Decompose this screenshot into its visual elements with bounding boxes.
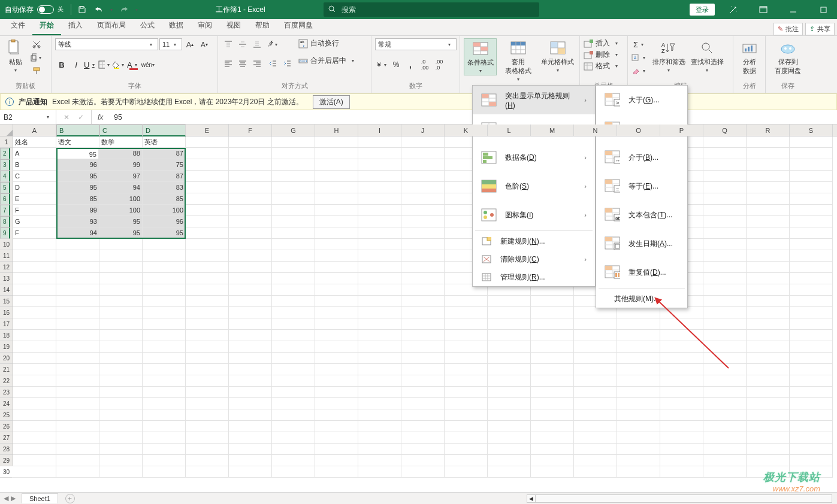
- cell-N20[interactable]: [574, 353, 617, 364]
- cell-S3[interactable]: [790, 159, 833, 171]
- cell-D9[interactable]: 95: [143, 227, 186, 239]
- cell-A28[interactable]: [13, 444, 56, 455]
- cell-S2[interactable]: [790, 148, 833, 159]
- autosave-toggle[interactable]: 自动保存 关: [0, 5, 68, 15]
- share-button[interactable]: ⇪共享: [805, 23, 835, 35]
- cell-J24[interactable]: [401, 398, 445, 409]
- cell-R22[interactable]: [747, 375, 790, 387]
- cell-C19[interactable]: [99, 341, 143, 353]
- cell-I6[interactable]: [358, 193, 401, 205]
- cell-Q23[interactable]: [703, 387, 747, 398]
- cell-B18[interactable]: [56, 330, 99, 341]
- font-size-select[interactable]: 11▾: [159, 38, 182, 50]
- cell-J29[interactable]: [401, 455, 445, 466]
- cell-G19[interactable]: [272, 341, 315, 353]
- cell-Q22[interactable]: [703, 375, 747, 387]
- column-header-J[interactable]: J: [401, 125, 445, 136]
- cell-E5[interactable]: [186, 182, 229, 193]
- cell-E28[interactable]: [186, 444, 229, 455]
- cell-D26[interactable]: [143, 421, 186, 432]
- cell-O20[interactable]: [617, 353, 660, 364]
- cell-G14[interactable]: [272, 284, 315, 296]
- column-header-Q[interactable]: Q: [703, 125, 747, 136]
- tab-help[interactable]: 帮助: [248, 17, 277, 35]
- cell-C5[interactable]: 94: [99, 182, 143, 193]
- cell-R6[interactable]: [747, 193, 790, 205]
- cell-H25[interactable]: [315, 409, 358, 421]
- cell-G5[interactable]: [272, 182, 315, 193]
- magic-icon[interactable]: [722, 0, 745, 19]
- cell-G28[interactable]: [272, 444, 315, 455]
- table-format-button[interactable]: 套用 表格格式▾: [499, 38, 537, 83]
- cell-E19[interactable]: [186, 341, 229, 353]
- maximize-icon[interactable]: [812, 0, 835, 19]
- cell-B10[interactable]: [56, 239, 99, 250]
- cell-B24[interactable]: [56, 398, 99, 409]
- cell-J15[interactable]: [401, 296, 445, 307]
- cell-Q26[interactable]: [703, 421, 747, 432]
- cell-G23[interactable]: [272, 387, 315, 398]
- cell-B25[interactable]: [56, 409, 99, 421]
- cell-F3[interactable]: [229, 159, 272, 171]
- cell-E3[interactable]: [186, 159, 229, 171]
- cell-H26[interactable]: [315, 421, 358, 432]
- cell-I28[interactable]: [358, 444, 401, 455]
- cell-A11[interactable]: [13, 250, 56, 262]
- row-header-9[interactable]: 9: [0, 227, 10, 239]
- cell-A26[interactable]: [13, 421, 56, 432]
- cell-H21[interactable]: [315, 364, 358, 375]
- row-header-12[interactable]: 12: [0, 262, 13, 273]
- cell-G17[interactable]: [272, 318, 315, 330]
- cell-R30[interactable]: [747, 466, 790, 478]
- column-header-R[interactable]: R: [747, 125, 790, 136]
- underline-icon[interactable]: U▾: [84, 59, 97, 71]
- cell-D2[interactable]: 87: [143, 148, 186, 159]
- cell-J27[interactable]: [401, 432, 445, 444]
- cell-C2[interactable]: 88: [99, 148, 143, 159]
- cell-M19[interactable]: [531, 341, 574, 353]
- cell-Q28[interactable]: [703, 444, 747, 455]
- cell-A2[interactable]: A: [13, 148, 56, 159]
- row-header-20[interactable]: 20: [0, 353, 13, 364]
- cell-S9[interactable]: [790, 227, 833, 239]
- cell-P20[interactable]: [660, 353, 703, 364]
- cell-H30[interactable]: [315, 466, 358, 478]
- cell-H19[interactable]: [315, 341, 358, 353]
- cell-J23[interactable]: [401, 387, 445, 398]
- cell-I23[interactable]: [358, 387, 401, 398]
- font-name-select[interactable]: 等线▾: [55, 38, 158, 50]
- cell-S16[interactable]: [790, 307, 833, 318]
- cell-I22[interactable]: [358, 375, 401, 387]
- cell-L21[interactable]: [488, 364, 531, 375]
- cell-R29[interactable]: [747, 455, 790, 466]
- cell-M24[interactable]: [531, 398, 574, 409]
- cell-H4[interactable]: [315, 171, 358, 182]
- cell-C11[interactable]: [99, 250, 143, 262]
- cell-S11[interactable]: [790, 250, 833, 262]
- highlight-sub-item-5[interactable]: 发生日期(A)...: [596, 229, 687, 258]
- cell-P23[interactable]: [660, 387, 703, 398]
- row-header-8[interactable]: 8: [0, 216, 10, 227]
- cell-L18[interactable]: [488, 330, 531, 341]
- cell-Q5[interactable]: [703, 182, 747, 193]
- cell-C18[interactable]: [99, 330, 143, 341]
- cell-G20[interactable]: [272, 353, 315, 364]
- cell-C25[interactable]: [99, 409, 143, 421]
- cell-C3[interactable]: 99: [99, 159, 143, 171]
- cell-B29[interactable]: [56, 455, 99, 466]
- cell-F17[interactable]: [229, 318, 272, 330]
- sheet-tab-1[interactable]: Sheet1: [22, 493, 58, 503]
- cell-O29[interactable]: [617, 455, 660, 466]
- cell-C28[interactable]: [99, 444, 143, 455]
- column-header-K[interactable]: K: [445, 125, 488, 136]
- cell-G10[interactable]: [272, 239, 315, 250]
- row-header-22[interactable]: 22: [0, 375, 13, 387]
- cell-M28[interactable]: [531, 444, 574, 455]
- cell-F9[interactable]: [229, 227, 272, 239]
- cell-S1[interactable]: [790, 136, 833, 148]
- cell-R27[interactable]: [747, 432, 790, 444]
- cell-F16[interactable]: [229, 307, 272, 318]
- cell-K28[interactable]: [445, 444, 488, 455]
- cell-N26[interactable]: [574, 421, 617, 432]
- cell-O18[interactable]: [617, 330, 660, 341]
